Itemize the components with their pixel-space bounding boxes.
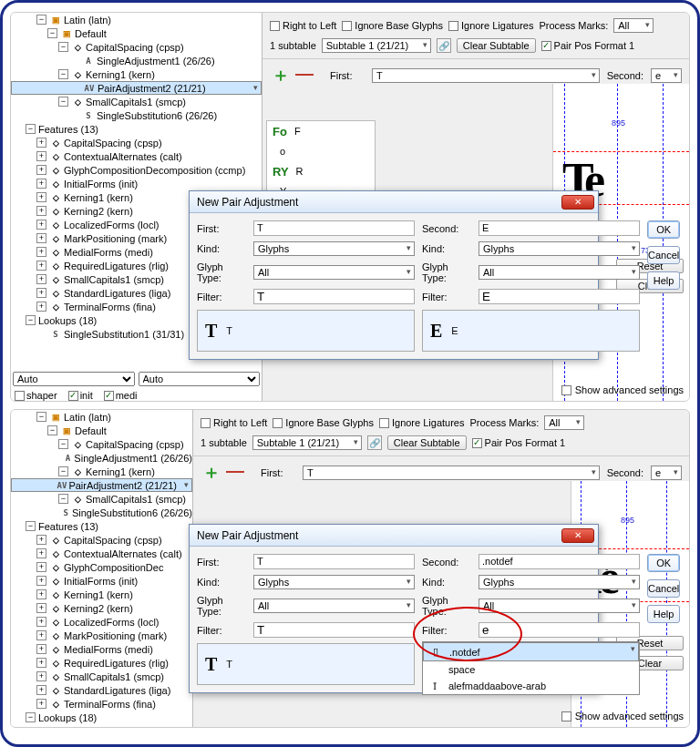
ok-button[interactable]: OK [647, 554, 680, 572]
feature-tree[interactable]: −▣Latin (latn) −▣Default −◇CapitalSpacin… [11, 410, 193, 727]
tree-features[interactable]: Features (13) [38, 124, 98, 135]
tree-feat[interactable]: CapitalSpacing (cpsp) [64, 138, 162, 148]
dlg-glyphlist-second[interactable]: E E [422, 310, 640, 352]
tree-feat[interactable]: StandardLigatures (liga) [64, 288, 170, 299]
link-icon[interactable]: 🔗 [367, 435, 382, 450]
process-marks-select[interactable]: All [544, 415, 584, 430]
second-glyph-select[interactable]: e [651, 68, 682, 83]
tree-feat[interactable]: Kerning2 (kern) [64, 206, 133, 217]
tree-feat[interactable]: TerminalForms (fina) [64, 302, 156, 312]
process-marks-label: Process Marks: [539, 20, 608, 31]
subtable-select[interactable]: Subtable 1 (21/21) [322, 38, 431, 53]
chk-shaper[interactable]: shaper [15, 390, 57, 401]
new-pair-adjustment-dialog[interactable]: New Pair Adjustment ✕ First:T Kind:Glyph… [189, 524, 599, 693]
show-advanced-settings[interactable]: Show advanced settings [561, 384, 684, 395]
tree-singlesub6[interactable]: SingleSubstitution6 (26/26) [97, 110, 217, 121]
dlg-kind-select-2[interactable]: Glyphs [479, 241, 640, 256]
clear-subtable-button[interactable]: Clear Subtable [457, 38, 536, 53]
tree-smcp[interactable]: SmallCapitals1 (smcp) [86, 97, 186, 107]
folder-icon: ▣ [60, 28, 73, 39]
dlg-filter-first-input[interactable] [253, 622, 415, 638]
chk-ignorebase[interactable]: Ignore Base Glyphs [273, 417, 374, 428]
dlg-first-label: First: [197, 223, 250, 234]
chk-ignorelig[interactable]: Ignore Ligatures [379, 417, 465, 428]
feature-icon: ◇ [71, 466, 84, 477]
list-item[interactable]: Īalefmaddaabove-arab [423, 678, 639, 694]
help-button[interactable]: Help [647, 271, 680, 290]
dlg-filter-second-input[interactable] [479, 622, 640, 638]
tree-default[interactable]: Default [75, 28, 107, 39]
list-item[interactable]: space [423, 661, 639, 678]
close-icon[interactable]: ✕ [561, 528, 594, 543]
chk-ignorelig[interactable]: Ignore Ligatures [448, 20, 534, 31]
new-pair-adjustment-dialog[interactable]: New Pair Adjustment ✕ First:T Kind:Glyph… [189, 190, 599, 360]
link-icon[interactable]: 🔗 [437, 38, 451, 53]
remove-pair-icon[interactable]: — [226, 460, 244, 485]
cancel-button[interactable]: Cancel [647, 579, 680, 598]
tree-lookups[interactable]: Lookups (18) [38, 315, 97, 326]
dlg-filter-first-input[interactable] [253, 289, 415, 304]
dlg-filter-label: Filter: [197, 292, 250, 302]
add-pair-icon[interactable]: ＋ [202, 460, 221, 485]
process-marks-select[interactable]: All [613, 18, 654, 33]
tree-latin[interactable]: Latin (latn) [64, 15, 111, 26]
tree-kern1[interactable]: Kerning1 (kern) [86, 69, 155, 80]
tree-feat[interactable]: MarkPositioning (mark) [64, 233, 167, 244]
lookup-icon: A [82, 56, 95, 67]
dialog-title: New Pair Adjustment [197, 529, 298, 542]
tree-cpsp[interactable]: CapitalSpacing (cpsp) [86, 42, 184, 53]
list-item[interactable]: ▯.notdef [423, 642, 639, 661]
glyph-result-list[interactable]: ▯.notdef space Īalefmaddaabove-arab [422, 641, 640, 695]
chk-init[interactable]: init [68, 390, 93, 401]
chk-pairpos[interactable]: Pair Pos Format 1 [472, 437, 566, 448]
dlg-kind-select[interactable]: Glyphs [253, 575, 415, 589]
subtable-select[interactable]: Subtable 1 (21/21) [252, 435, 362, 450]
dlg-glyphlist-first[interactable]: T T [197, 310, 415, 352]
tree-feat[interactable]: Kerning1 (kern) [64, 192, 133, 203]
dlg-kind-select-2[interactable]: Glyphs [479, 575, 640, 589]
dlg-second-value: E [479, 220, 640, 236]
folder-icon: ▣ [60, 425, 73, 436]
dlg-second-label: Second: [422, 223, 475, 234]
remove-pair-icon[interactable]: — [295, 63, 314, 87]
chk-rtl[interactable]: Right to Left [270, 20, 336, 31]
first-glyph-select[interactable]: T [372, 68, 600, 83]
dlg-glyphtype-select-2[interactable]: All [479, 265, 640, 280]
tree-feat[interactable]: LocalizedForms (locl) [64, 220, 160, 230]
dlg-glyphtype-select[interactable]: All [253, 265, 415, 280]
tree-feat[interactable]: SmallCapitals1 (smcp) [64, 274, 164, 285]
chk-rtl[interactable]: Right to Left [201, 417, 267, 428]
tree-feat[interactable]: GlyphCompositionDecomposition (ccmp) [64, 165, 245, 176]
lookup-icon: S [49, 329, 62, 340]
tree-feat[interactable]: InitialForms (init) [64, 179, 138, 189]
tree-feat[interactable]: ContextualAlternates (calt) [64, 151, 182, 162]
tree-feat[interactable]: RequiredLigatures (rlig) [64, 261, 169, 271]
feature-icon: ◇ [49, 179, 62, 189]
tree-footer-select-right[interactable]: Auto [139, 372, 261, 386]
folder-icon: ▣ [49, 15, 62, 26]
help-button[interactable]: Help [647, 605, 680, 623]
tree-singlesub1[interactable]: SingleSubstitution1 (31/31) [64, 329, 184, 340]
chk-ignorebase[interactable]: Ignore Base Glyphs [342, 20, 443, 31]
tree-pairadj2[interactable]: PairAdjustment2 (21/21) [98, 83, 206, 94]
first-glyph-select[interactable]: T [303, 466, 600, 480]
clear-subtable-button[interactable]: Clear Subtable [387, 435, 467, 450]
tree-singleadj1[interactable]: SingleAdjustment1 (26/26) [97, 56, 215, 67]
ok-button[interactable]: OK [647, 220, 680, 239]
dlg-glyphtype-select-2[interactable]: All [479, 599, 640, 613]
chk-medi[interactable]: medi [104, 390, 138, 401]
show-advanced-settings[interactable]: Show advanced settings [561, 711, 684, 721]
second-glyph-select[interactable]: e [651, 466, 682, 480]
add-pair-icon[interactable]: ＋ [272, 63, 290, 87]
chk-pairpos[interactable]: Pair Pos Format 1 [541, 40, 635, 51]
dlg-filter-second-input[interactable] [479, 289, 640, 304]
dlg-glyphtype-select[interactable]: All [253, 599, 415, 613]
dlg-kind-select[interactable]: Glyphs [253, 241, 415, 256]
dlg-glyphtype-label: Glyph Type: [197, 261, 250, 283]
feature-icon: ◇ [71, 494, 84, 505]
tree-feat[interactable]: MedialForms (medi) [64, 247, 153, 258]
dlg-glyphlist-first[interactable]: T T [197, 643, 415, 685]
tree-footer-select-left[interactable]: Auto [13, 372, 135, 386]
cancel-button[interactable]: Cancel [647, 246, 680, 264]
close-icon[interactable]: ✕ [561, 195, 594, 210]
